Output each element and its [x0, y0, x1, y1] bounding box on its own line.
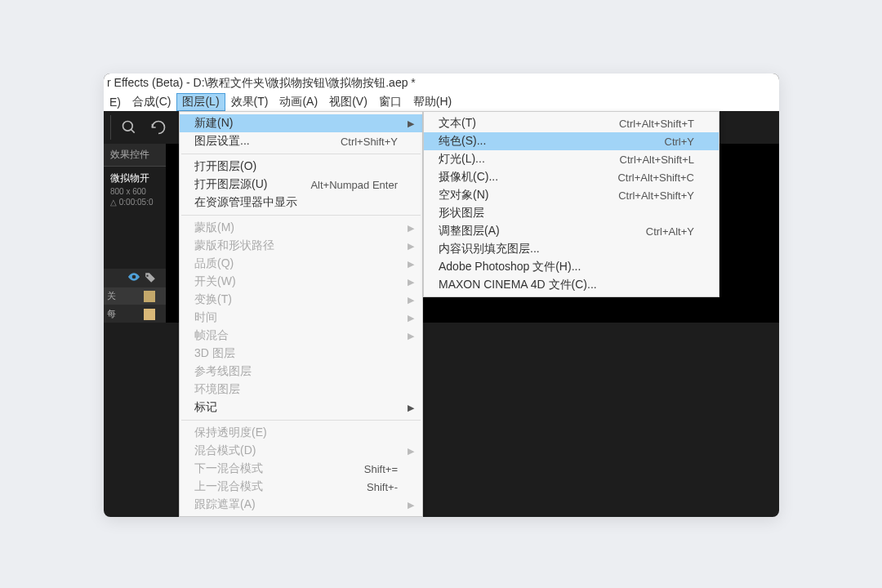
new-menu-item[interactable]: 摄像机(C)...Ctrl+Alt+Shift+C	[424, 168, 719, 186]
layer-menu-item[interactable]: 打开图层(O)	[180, 158, 422, 176]
chevron-right-icon: ▶	[408, 223, 414, 234]
menu-item-label: 在资源管理器中显示	[194, 195, 297, 210]
layer-menu-item: 蒙版和形状路径▶	[180, 237, 422, 255]
menu-item-label: 开关(W)	[194, 274, 236, 289]
comp-info[interactable]: 微拟物开 800 x 600 △ 0:00:05:0	[104, 166, 166, 212]
layer-menu-item: 保持透明度(E)	[180, 424, 422, 442]
menu-item-label: 跟踪遮罩(A)	[194, 497, 256, 512]
menu-item-label: 图层设置...	[194, 134, 250, 149]
menu-shortcut: Ctrl+Alt+Shift+L	[620, 154, 694, 166]
layer-menu-item: 环境图层	[180, 381, 422, 399]
menu-item-label: MAXON CINEMA 4D 文件(C)...	[439, 278, 597, 292]
layer-menu-item: 上一混合模式Shift+-	[180, 478, 422, 496]
menubar-item-help[interactable]: 帮助(H)	[408, 93, 457, 111]
layer-menu-item: 时间▶	[180, 309, 422, 327]
chevron-right-icon: ▶	[408, 446, 414, 457]
new-menu-item[interactable]: 灯光(L)...Ctrl+Alt+Shift+L	[424, 150, 719, 168]
menubar-item-layer[interactable]: 图层(L)	[176, 93, 225, 111]
menubar-item-file-partial[interactable]: E)	[104, 94, 127, 110]
chevron-right-icon: ▶	[408, 331, 414, 341]
new-menu-item[interactable]: 内容识别填充图层...	[424, 240, 719, 258]
menu-shortcut: Ctrl+Shift+Y	[341, 136, 398, 148]
undo-icon[interactable]	[144, 113, 173, 142]
visibility-icon[interactable]	[128, 273, 140, 283]
menubar-item-composition[interactable]: 合成(C)	[127, 93, 176, 111]
layer-menu-item[interactable]: 图层设置...Ctrl+Shift+Y	[180, 132, 422, 150]
panel-header: 效果控件	[104, 144, 166, 166]
new-menu-item[interactable]: Adobe Photoshop 文件(H)...	[424, 258, 719, 276]
menu-item-label: 空对象(N)	[439, 188, 488, 203]
layer-menu-item[interactable]: 标记▶	[180, 399, 422, 416]
window-title: r Effects (Beta) - D:\教程文件夹\微拟物按钮\微拟物按钮.…	[107, 76, 416, 91]
menu-item-label: 打开图层源(U)	[194, 177, 267, 192]
layer-menu-item[interactable]: 在资源管理器中显示	[180, 194, 422, 212]
menu-item-label: 参考线图层	[194, 364, 252, 379]
layer-menu-item: 跟踪遮罩(A)▶	[180, 496, 422, 514]
layer-menu-item: 蒙版(M)▶	[180, 219, 422, 237]
chevron-right-icon: ▶	[408, 277, 414, 287]
layer-header	[104, 269, 166, 287]
new-submenu-dropdown: 文本(T)Ctrl+Alt+Shift+T纯色(S)...Ctrl+Y灯光(L)…	[423, 111, 719, 297]
chevron-right-icon: ▶	[408, 241, 414, 252]
menu-item-label: 下一混合模式	[194, 461, 263, 476]
menu-item-label: 变换(T)	[194, 292, 232, 307]
menu-shortcut: Shift+=	[364, 463, 398, 475]
menu-item-label: 时间	[194, 310, 217, 325]
layer-panel: 关 每	[104, 269, 166, 323]
menu-item-label: 环境图层	[194, 382, 240, 397]
comp-name: 微拟物开	[110, 172, 159, 185]
menubar-item-animation[interactable]: 动画(A)	[274, 93, 323, 111]
menu-item-label: 文本(T)	[439, 116, 476, 131]
menubar: E) 合成(C) 图层(L) 效果(T) 动画(A) 视图(V) 窗口 帮助(H…	[104, 92, 779, 111]
new-menu-item[interactable]: 纯色(S)...Ctrl+Y	[424, 132, 719, 150]
menu-item-label: 打开图层(O)	[194, 159, 256, 174]
layer-menu-item: 帧混合▶	[180, 327, 422, 345]
layer-menu-item: 开关(W)▶	[180, 273, 422, 291]
chevron-right-icon: ▶	[408, 403, 414, 413]
comp-timecode: △ 0:00:05:0	[110, 198, 159, 207]
menu-item-label: 品质(Q)	[194, 256, 234, 271]
new-menu-item[interactable]: 空对象(N)Ctrl+Alt+Shift+Y	[424, 186, 719, 204]
layer-menu-item: 品质(Q)▶	[180, 255, 422, 273]
layer-menu-item[interactable]: 新建(N)▶	[180, 114, 422, 132]
menu-shortcut: Ctrl+Alt+Y	[646, 225, 694, 238]
menu-item-label: 混合模式(D)	[194, 443, 256, 458]
layer-menu-item: 变换(T)▶	[180, 291, 422, 309]
new-menu-item[interactable]: 形状图层	[424, 204, 719, 222]
new-menu-item[interactable]: MAXON CINEMA 4D 文件(C)...	[424, 276, 719, 294]
menu-item-label: 纯色(S)...	[439, 134, 486, 149]
titlebar: r Effects (Beta) - D:\教程文件夹\微拟物按钮\微拟物按钮.…	[104, 74, 779, 92]
layer-row[interactable]: 关	[104, 287, 166, 305]
layer-menu-item[interactable]: 打开图层源(U)Alt+Numpad Enter	[180, 176, 422, 194]
tag-icon[interactable]	[145, 272, 156, 283]
menu-shortcut: Ctrl+Alt+Shift+T	[619, 118, 694, 130]
menubar-item-effect[interactable]: 效果(T)	[225, 93, 274, 111]
layer-color-swatch[interactable]	[144, 309, 155, 320]
menubar-item-view[interactable]: 视图(V)	[323, 93, 373, 111]
chevron-right-icon: ▶	[408, 313, 414, 323]
menu-item-label: 灯光(L)...	[439, 152, 485, 167]
menu-separator	[181, 154, 421, 154]
menu-item-label: 调整图层(A)	[439, 224, 500, 238]
new-menu-item[interactable]: 调整图层(A)Ctrl+Alt+Y	[424, 222, 719, 240]
menu-separator	[181, 215, 421, 216]
search-icon[interactable]	[114, 113, 144, 142]
layer-menu-item: 参考线图层	[180, 363, 422, 381]
svg-point-0	[123, 122, 133, 131]
menu-item-label: 3D 图层	[194, 346, 235, 361]
menu-item-label: 形状图层	[439, 206, 484, 220]
chevron-right-icon: ▶	[408, 500, 414, 510]
svg-line-1	[131, 130, 135, 133]
menu-shortcut: Alt+Numpad Enter	[310, 179, 398, 191]
menu-item-label: 上一混合模式	[194, 479, 263, 494]
layer-color-swatch[interactable]	[144, 291, 155, 302]
menu-shortcut: Shift+-	[367, 481, 398, 493]
new-menu-item[interactable]: 文本(T)Ctrl+Alt+Shift+T	[424, 114, 719, 132]
menubar-item-window[interactable]: 窗口	[373, 93, 408, 111]
layer-row[interactable]: 每	[104, 305, 166, 323]
comp-dimensions: 800 x 600	[110, 187, 159, 196]
menu-item-label: 内容识别填充图层...	[439, 242, 540, 256]
effects-panel: 效果控件 微拟物开 800 x 600 △ 0:00:05:0 关	[104, 144, 166, 323]
layer-label: 每	[107, 308, 116, 320]
layer-label: 关	[107, 290, 116, 302]
